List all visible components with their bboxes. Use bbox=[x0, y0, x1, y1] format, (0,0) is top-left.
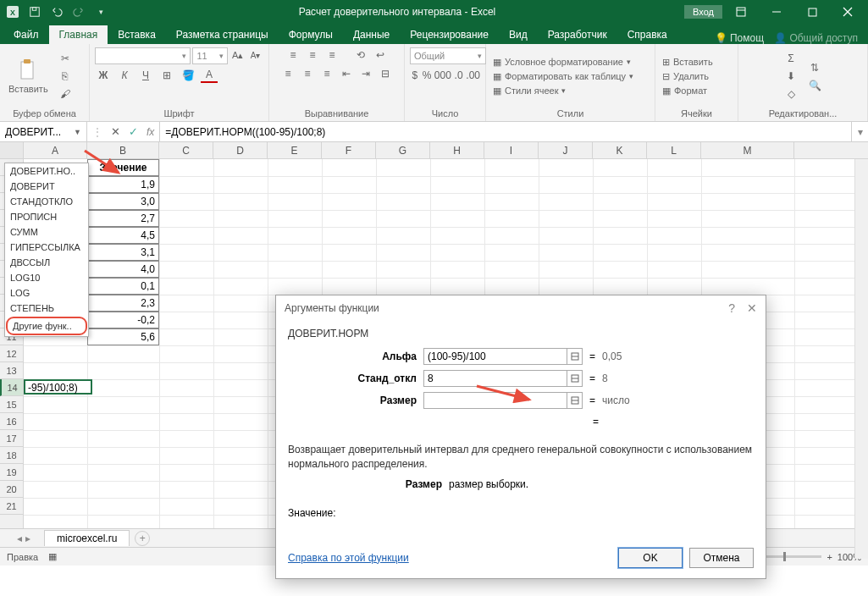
column-header[interactable]: C bbox=[159, 142, 213, 159]
column-header[interactable]: F bbox=[322, 142, 376, 159]
close-icon[interactable] bbox=[831, 1, 865, 23]
row-header[interactable]: 21 bbox=[0, 498, 23, 515]
column-header[interactable]: A bbox=[24, 142, 87, 159]
zoom-in-icon[interactable]: + bbox=[827, 552, 832, 562]
cell-styles-button[interactable]: ▦Стили ячеек▾ bbox=[491, 85, 635, 97]
cell[interactable]: 3,1 bbox=[87, 244, 159, 261]
arg-input-1[interactable] bbox=[423, 370, 567, 387]
share-button[interactable]: 👤 Общий доступ bbox=[774, 32, 858, 44]
cut-icon[interactable]: ✂ bbox=[57, 51, 74, 66]
fx-icon[interactable]: fx bbox=[147, 126, 154, 138]
function-list-item[interactable]: Другие функ.. bbox=[6, 317, 87, 335]
tab-view[interactable]: Вид bbox=[499, 25, 538, 44]
cancel-formula-icon[interactable]: ✕ bbox=[111, 125, 120, 138]
maximize-icon[interactable] bbox=[795, 1, 829, 23]
tellme-icon[interactable]: 💡 Помощ bbox=[715, 32, 764, 44]
qa-redo-icon[interactable] bbox=[69, 3, 88, 21]
range-selector-icon[interactable] bbox=[567, 392, 583, 409]
tab-home[interactable]: Главная bbox=[49, 25, 108, 44]
row-header[interactable]: 14 bbox=[0, 379, 23, 396]
italic-icon[interactable]: К bbox=[116, 68, 133, 83]
qa-customize-icon[interactable]: ▾ bbox=[91, 3, 110, 21]
cell[interactable]: -0,2 bbox=[87, 312, 159, 328]
select-all-button[interactable] bbox=[0, 142, 24, 158]
sheet-tab[interactable]: microexcel.ru bbox=[44, 530, 130, 546]
font-color-icon[interactable]: A bbox=[201, 68, 218, 83]
row-header[interactable]: 16 bbox=[0, 413, 23, 430]
cell[interactable]: 5,6 bbox=[87, 328, 159, 345]
tab-layout[interactable]: Разметка страницы bbox=[166, 25, 279, 44]
signin-button[interactable]: Вход bbox=[684, 5, 722, 19]
sort-filter-icon[interactable]: ⇅ bbox=[806, 60, 823, 75]
number-format-dropdown[interactable]: Общий▾ bbox=[410, 47, 486, 64]
qa-undo-icon[interactable] bbox=[47, 3, 66, 21]
bold-icon[interactable]: Ж bbox=[95, 68, 112, 83]
function-list-item[interactable]: ГИПЕРССЫЛКА bbox=[5, 240, 88, 255]
shrink-font-icon[interactable]: A▾ bbox=[247, 47, 263, 63]
tab-review[interactable]: Рецензирование bbox=[400, 25, 499, 44]
dialog-help-icon[interactable]: ? bbox=[728, 301, 735, 315]
percent-icon[interactable]: % bbox=[422, 68, 431, 83]
column-header[interactable]: K bbox=[593, 142, 647, 159]
tab-help[interactable]: Справка bbox=[617, 25, 677, 44]
align-middle-icon[interactable]: ≡ bbox=[304, 47, 321, 63]
formula-expand-icon[interactable]: ▾ bbox=[851, 122, 868, 141]
active-cell-editor[interactable]: -95)/100;8) bbox=[24, 379, 92, 395]
orientation-icon[interactable]: ⟲ bbox=[352, 47, 369, 63]
column-header[interactable]: E bbox=[268, 142, 322, 159]
enter-formula-icon[interactable]: ✓ bbox=[129, 125, 138, 138]
qa-save-icon[interactable] bbox=[25, 3, 44, 21]
function-dropdown[interactable]: ДОВЕРИТ.НО..ДОВЕРИТСТАНДОТКЛОПРОПИСНСУММ… bbox=[4, 163, 89, 337]
wrap-text-icon[interactable]: ↩ bbox=[372, 47, 389, 63]
currency-icon[interactable]: $ bbox=[410, 68, 419, 83]
function-list-item[interactable]: LOG10 bbox=[5, 270, 88, 285]
fill-icon[interactable]: ⬇ bbox=[782, 69, 799, 84]
dialog-close-icon[interactable]: ✕ bbox=[747, 301, 757, 315]
align-left-icon[interactable]: ≡ bbox=[279, 66, 296, 81]
column-header[interactable]: J bbox=[539, 142, 593, 159]
align-right-icon[interactable]: ≡ bbox=[318, 66, 335, 81]
tab-insert[interactable]: Вставка bbox=[108, 25, 166, 44]
fill-color-icon[interactable]: 🪣 bbox=[180, 68, 196, 83]
tab-file[interactable]: Файл bbox=[3, 25, 49, 44]
cell-header[interactable]: Значение bbox=[87, 159, 159, 176]
comma-icon[interactable]: 000 bbox=[434, 68, 451, 83]
row-header[interactable]: 20 bbox=[0, 481, 23, 498]
cell[interactable]: 2,3 bbox=[87, 295, 159, 312]
dialog-help-link[interactable]: Справка по этой функции bbox=[288, 552, 409, 564]
range-selector-icon[interactable] bbox=[567, 370, 583, 387]
function-list-item[interactable]: СТАНДОТКЛО bbox=[5, 194, 88, 209]
dec-decimal-icon[interactable]: .00 bbox=[466, 68, 480, 83]
tab-data[interactable]: Данные bbox=[343, 25, 400, 44]
namebox-dropdown-icon[interactable]: ▼ bbox=[74, 128, 81, 136]
column-header[interactable]: H bbox=[430, 142, 484, 159]
function-list-item[interactable]: ПРОПИСН bbox=[5, 209, 88, 224]
indent-dec-icon[interactable]: ⇤ bbox=[338, 66, 355, 81]
borders-icon[interactable]: ⊞ bbox=[158, 68, 175, 83]
row-header[interactable]: 17 bbox=[0, 430, 23, 447]
format-as-table-button[interactable]: ▦Форматировать как таблицу▾ bbox=[491, 70, 635, 83]
cell[interactable]: 4,5 bbox=[87, 227, 159, 244]
function-list-item[interactable]: ДВССЫЛ bbox=[5, 255, 88, 270]
ribbon-options-icon[interactable] bbox=[724, 1, 758, 23]
column-header[interactable]: B bbox=[87, 142, 159, 159]
tab-developer[interactable]: Разработчик bbox=[538, 25, 617, 44]
cell[interactable]: 0,1 bbox=[87, 278, 159, 295]
sheet-next-icon[interactable]: ▸ bbox=[25, 533, 30, 544]
minimize-icon[interactable] bbox=[760, 1, 793, 23]
format-painter-icon[interactable]: 🖌 bbox=[57, 86, 74, 102]
row-header[interactable]: 19 bbox=[0, 464, 23, 481]
column-header[interactable]: G bbox=[376, 142, 430, 159]
add-sheet-icon[interactable]: + bbox=[135, 531, 150, 546]
grow-font-icon[interactable]: A▴ bbox=[229, 47, 246, 63]
clear-icon[interactable]: ◇ bbox=[782, 86, 799, 102]
arg-input-0[interactable] bbox=[423, 348, 567, 365]
merge-icon[interactable]: ⊟ bbox=[377, 66, 394, 81]
align-top-icon[interactable]: ≡ bbox=[285, 47, 301, 63]
find-select-icon[interactable]: 🔍 bbox=[806, 78, 823, 93]
name-box[interactable]: ДОВЕРИТ...▼ bbox=[0, 122, 87, 141]
vertical-scrollbar[interactable] bbox=[854, 159, 868, 559]
align-bottom-icon[interactable]: ≡ bbox=[323, 47, 340, 63]
range-selector-icon[interactable] bbox=[567, 348, 583, 365]
cell[interactable]: 1,9 bbox=[87, 176, 159, 193]
